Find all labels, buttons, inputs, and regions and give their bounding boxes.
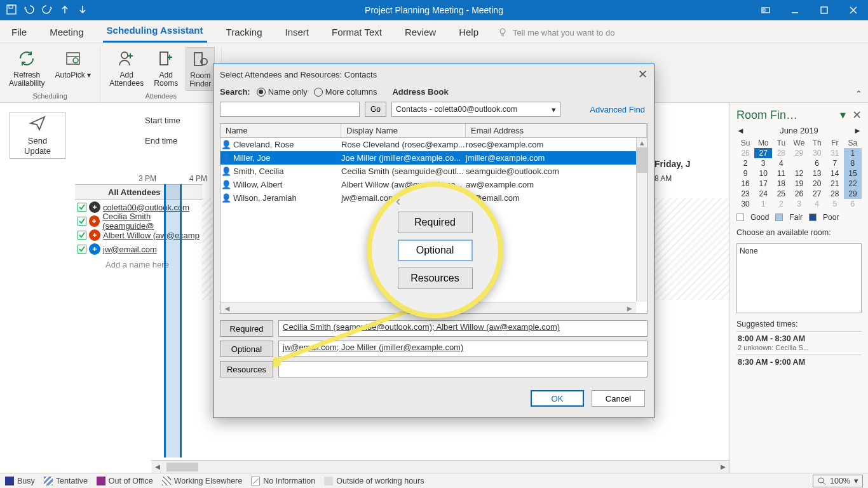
attendee-row[interactable]: jw@email.com [75,242,202,256]
ok-button[interactable]: OK [531,390,584,407]
cancel-button[interactable]: Cancel [592,390,645,407]
more-columns-radio[interactable]: More columns [314,87,377,97]
calendar-day[interactable]: 4 [772,158,790,168]
calendar-day[interactable]: 14 [826,168,844,179]
redo-icon[interactable] [42,4,52,17]
calendar-day[interactable]: 4 [808,199,826,209]
tab-file[interactable]: File [8,27,31,43]
checkbox-icon[interactable] [78,231,86,240]
zoom-control[interactable]: 100%▾ [813,475,863,487]
calendar-day[interactable]: 3 [790,199,808,209]
calendar-day[interactable]: 23 [736,189,754,199]
tab-insert[interactable]: Insert [281,27,313,43]
room-finder-button[interactable]: Room Finder [186,47,215,91]
collapse-ribbon-icon[interactable]: ⌃ [855,47,868,102]
calendar-day[interactable]: 26 [736,148,754,158]
contact-row[interactable]: 👤Smith, CeciliaCecilia Smith (seamguide@… [220,165,647,178]
calendar-day[interactable]: 1 [844,148,862,158]
required-field[interactable]: Cecilia Smith (seamguide@outlook.com); A… [278,320,648,337]
calendar-day[interactable]: 2 [772,199,790,209]
next-month-icon[interactable]: ► [853,126,862,135]
tab-format-text[interactable]: Format Text [328,27,386,43]
tab-tracking[interactable]: Tracking [222,27,266,43]
go-button[interactable]: Go [365,102,386,117]
calendar-day[interactable]: 20 [808,179,826,189]
add-rooms-button[interactable]: Add Rooms [151,47,180,91]
calendar-day[interactable]: 27 [808,189,826,199]
calendar-day[interactable]: 21 [826,179,844,189]
calendar-day[interactable]: 8 [844,158,862,168]
resources-button[interactable]: Resources [220,361,273,377]
close-icon[interactable] [839,0,868,20]
autopick-button[interactable]: AutoPick ▾ [52,47,93,91]
selected-time-range[interactable] [164,184,182,458]
calendar-day[interactable]: 12 [790,168,808,179]
calendar-day[interactable]: 28 [772,148,790,158]
checkbox-icon[interactable] [78,245,86,254]
calendar-day[interactable]: 31 [826,148,844,158]
required-button[interactable]: Required [220,320,273,337]
send-update-button[interactable]: Send Update [10,112,65,159]
optional-field[interactable]: jw@email.com; Joe Miller (jmiller@exampl… [278,341,648,357]
up-arrow-icon[interactable] [60,4,70,17]
mini-calendar[interactable]: SuMoTuWeThFrSa 2627282930311234567891011… [736,138,862,209]
calendar-day[interactable]: 30 [808,148,826,158]
add-name-field[interactable]: Add a name here [75,256,202,269]
tab-scheduling-assistant[interactable]: Scheduling Assistant [103,25,207,43]
calendar-day[interactable]: 15 [844,168,862,179]
calendar-day[interactable]: 29 [790,148,808,158]
ribbon-display-icon[interactable] [751,0,780,20]
calendar-day[interactable]: 6 [808,158,826,168]
calendar-day[interactable]: 10 [754,168,772,179]
calendar-day[interactable]: 29 [844,189,862,199]
calendar-day[interactable]: 16 [736,179,754,189]
calendar-day[interactable]: 25 [772,189,790,199]
advanced-find-link[interactable]: Advanced Find [590,105,645,114]
tab-help[interactable]: Help [455,27,482,43]
close-panel-icon[interactable]: ✕ [852,109,862,121]
tab-review[interactable]: Review [401,27,440,43]
calendar-day[interactable]: 18 [772,179,790,189]
calendar-day[interactable]: 22 [844,179,862,189]
calendar-day[interactable]: 30 [736,199,754,209]
horizontal-scrollbar[interactable]: ◄► [151,460,729,473]
calendar-day[interactable]: 17 [754,179,772,189]
calendar-day[interactable]: 5 [826,199,844,209]
maximize-icon[interactable] [810,0,839,20]
calendar-day[interactable]: 6 [844,199,862,209]
calendar-day[interactable]: 13 [808,168,826,179]
tab-meeting[interactable]: Meeting [46,27,87,43]
col-name[interactable]: Name [220,124,341,137]
refresh-availability-button[interactable]: Refresh Availability [6,47,47,91]
undo-icon[interactable] [24,4,34,17]
add-attendees-button[interactable]: Add Attendees [107,47,146,91]
resources-field[interactable] [278,361,648,377]
calendar-day[interactable]: 2 [736,158,754,168]
contact-row[interactable]: 👤Miller, JoeJoe Miller (jmiller@example.… [220,151,647,165]
dialog-close-icon[interactable]: ✕ [638,67,648,81]
calendar-day[interactable]: 28 [826,189,844,199]
prev-month-icon[interactable]: ◄ [736,126,745,135]
calendar-day[interactable]: 26 [790,189,808,199]
calendar-day[interactable]: 19 [790,179,808,189]
calendar-day[interactable]: 9 [736,168,754,179]
calendar-day[interactable]: 3 [754,158,772,168]
room-list[interactable]: None [736,243,862,313]
contact-row[interactable]: 👤Cleveland, RoseRose Cleveland (rosec@ex… [220,138,647,151]
save-icon[interactable] [6,4,17,17]
checkbox-icon[interactable] [78,217,86,226]
down-arrow-icon[interactable] [78,4,88,17]
tell-me-search[interactable]: Tell me what you want to do [498,27,614,43]
address-book-dropdown[interactable]: Contacts - coletta00@outlook.com▾ [391,102,560,117]
calendar-day[interactable]: 7 [826,158,844,168]
calendar-day[interactable]: 11 [772,168,790,179]
search-input[interactable] [220,102,360,117]
list-vscroll[interactable]: ▴ [636,138,647,302]
suggested-slot[interactable]: 8:30 AM - 9:00 AM [736,355,862,369]
attendee-row[interactable]: Cecilia Smith (seamguide@ [75,214,202,228]
calendar-day[interactable]: 27 [754,148,772,158]
calendar-day[interactable]: 24 [754,189,772,199]
checkbox-icon[interactable] [78,203,86,212]
minimize-icon[interactable] [780,0,810,20]
col-display[interactable]: Display Name [341,124,466,137]
